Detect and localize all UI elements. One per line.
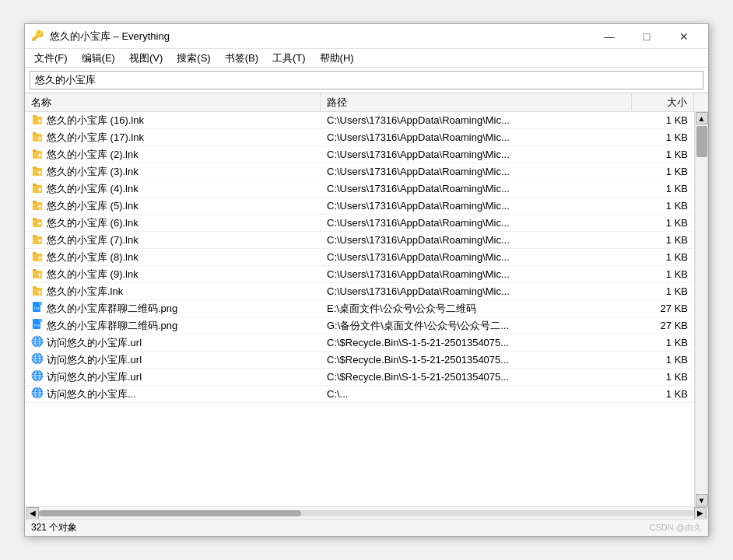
- file-name-cell: 悠久的小宝库 (17).lnk: [25, 130, 321, 145]
- file-name-text: 悠久的小宝库 (5).lnk: [47, 199, 139, 213]
- file-name-text: 悠久的小宝库 (3).lnk: [47, 165, 139, 179]
- table-row[interactable]: 悠久的小宝库 (6).lnkC:\Users\17316\AppData\Roa…: [25, 215, 694, 232]
- status-bar: 321 个对象 CSDN @由久: [25, 519, 708, 536]
- file-name-cell: 悠久的小宝库 (2).lnk: [25, 147, 321, 162]
- file-size-cell: 1 KB: [632, 337, 694, 348]
- file-name-cell: 悠久的小宝库.lnk: [25, 284, 321, 299]
- file-size-cell: 27 KB: [632, 320, 694, 331]
- file-size-cell: 1 KB: [632, 251, 694, 263]
- minimize-button[interactable]: —: [591, 24, 627, 49]
- horizontal-scrollbar[interactable]: ◀ ▶: [25, 506, 708, 519]
- svg-rect-35: [39, 302, 42, 305]
- file-name-text: 悠久的小宝库 (17).lnk: [47, 131, 144, 145]
- list-area: 悠久的小宝库 (16).lnkC:\Users\17316\AppData\Ro…: [25, 112, 708, 506]
- file-path-cell: C:\$Recycle.Bin\S-1-5-21-2501354075...: [321, 371, 632, 383]
- table-row[interactable]: 悠久的小宝库 (7).lnkC:\Users\17316\AppData\Roa…: [25, 232, 694, 249]
- menu-item[interactable]: 帮助(H): [314, 50, 360, 67]
- menu-item[interactable]: 书签(B): [219, 50, 265, 67]
- search-input[interactable]: [30, 71, 703, 89]
- table-row[interactable]: 悠久的小宝库 (8).lnkC:\Users\17316\AppData\Roa…: [25, 249, 694, 266]
- file-size-cell: 1 KB: [632, 234, 694, 246]
- file-icon-lnk: [31, 181, 44, 196]
- file-name-cell: 访问悠久的小宝库.url: [25, 335, 321, 350]
- file-icon-lnk: [31, 198, 44, 213]
- table-row[interactable]: 悠久的小宝库 (3).lnkC:\Users\17316\AppData\Roa…: [25, 163, 694, 180]
- table-row[interactable]: 悠久的小宝库 (9).lnkC:\Users\17316\AppData\Roa…: [25, 266, 694, 283]
- menu-item[interactable]: 搜索(S): [170, 50, 216, 67]
- file-icon-png: PNG: [31, 301, 44, 316]
- file-size-cell: 1 KB: [632, 114, 694, 126]
- table-row[interactable]: PNG 悠久的小宝库群聊二维码.pngG:\备份文件\桌面文件\公众号\公众号二…: [25, 317, 694, 334]
- file-name-cell: PNG 悠久的小宝库群聊二维码.png: [25, 301, 321, 316]
- file-path-cell: C:\Users\17316\AppData\Roaming\Mic...: [321, 234, 632, 246]
- close-button[interactable]: ✕: [666, 24, 702, 49]
- table-row[interactable]: 访问悠久的小宝库.urlC:\$Recycle.Bin\S-1-5-21-250…: [25, 369, 694, 386]
- file-path-cell: C:\$Recycle.Bin\S-1-5-21-2501354075...: [321, 337, 632, 348]
- table-row[interactable]: 悠久的小宝库 (17).lnkC:\Users\17316\AppData\Ro…: [25, 129, 694, 146]
- file-path-cell: C:\$Recycle.Bin\S-1-5-21-2501354075...: [321, 354, 632, 366]
- file-icon-lnk: [31, 164, 44, 179]
- h-scroll-track: [39, 510, 694, 516]
- vertical-scrollbar[interactable]: ▲ ▼: [694, 112, 708, 506]
- svg-rect-14: [33, 184, 37, 186]
- file-name-text: 悠久的小宝库 (4).lnk: [47, 182, 139, 196]
- file-icon-png: PNG: [31, 318, 44, 333]
- file-name-text: 访问悠久的小宝库.url: [47, 353, 142, 367]
- file-path-cell: G:\备份文件\桌面文件\公众号\公众号二...: [321, 319, 632, 333]
- window-controls: — □ ✕: [591, 24, 702, 49]
- file-size-cell: 1 KB: [632, 217, 694, 229]
- file-name-cell: 悠久的小宝库 (5).lnk: [25, 198, 321, 213]
- menu-bar: 文件(F)编辑(E)视图(V)搜索(S)书签(B)工具(T)帮助(H): [25, 49, 708, 68]
- svg-rect-17: [33, 201, 37, 203]
- menu-item[interactable]: 工具(T): [266, 50, 312, 67]
- column-header-size[interactable]: 大小: [632, 93, 694, 111]
- file-name-text: 悠久的小宝库群聊二维码.png: [47, 302, 177, 316]
- watermark: CSDN @由久: [650, 522, 702, 534]
- file-list-container: 名称 路径 大小 悠久的小宝库 (16).lnkC:\Users\17316\A…: [25, 93, 708, 519]
- table-row[interactable]: PNG 悠久的小宝库群聊二维码.pngE:\桌面文件\公众号\公众号二维码27 …: [25, 300, 694, 317]
- svg-rect-8: [33, 149, 37, 152]
- window-title: 悠久的小宝库 – Everything: [50, 30, 591, 44]
- file-path-cell: C:\Users\17316\AppData\Roaming\Mic...: [321, 251, 632, 263]
- file-name-cell: 悠久的小宝库 (9).lnk: [25, 267, 321, 282]
- search-bar: [25, 68, 708, 93]
- table-row[interactable]: 悠久的小宝库 (4).lnkC:\Users\17316\AppData\Roa…: [25, 180, 694, 198]
- file-path-cell: C:\Users\17316\AppData\Roaming\Mic...: [321, 149, 632, 160]
- svg-rect-20: [33, 218, 37, 220]
- maximize-button[interactable]: □: [629, 24, 665, 49]
- menu-item[interactable]: 编辑(E): [75, 50, 121, 67]
- svg-rect-23: [33, 235, 37, 237]
- file-path-cell: C:\Users\17316\AppData\Roaming\Mic...: [321, 166, 632, 177]
- file-path-cell: C:\Users\17316\AppData\Roaming\Mic...: [321, 200, 632, 212]
- table-row[interactable]: 访问悠久的小宝库...C:\...1 KB: [25, 386, 694, 403]
- svg-rect-29: [33, 269, 37, 271]
- file-name-cell: 悠久的小宝库 (3).lnk: [25, 164, 321, 179]
- file-name-cell: 悠久的小宝库 (16).lnk: [25, 113, 321, 128]
- status-text: 321 个对象: [31, 521, 77, 534]
- file-name-cell: 访问悠久的小宝库...: [25, 387, 321, 401]
- table-row[interactable]: 访问悠久的小宝库.urlC:\$Recycle.Bin\S-1-5-21-250…: [25, 352, 694, 369]
- column-header-name[interactable]: 名称: [25, 93, 321, 111]
- file-size-cell: 1 KB: [632, 268, 694, 280]
- file-icon-lnk: [31, 233, 44, 247]
- menu-item[interactable]: 文件(F): [28, 50, 74, 67]
- file-name-cell: 悠久的小宝库 (8).lnk: [25, 250, 321, 264]
- file-icon-lnk: [31, 113, 44, 128]
- table-row[interactable]: 悠久的小宝库 (2).lnkC:\Users\17316\AppData\Roa…: [25, 146, 694, 163]
- table-row[interactable]: 悠久的小宝库 (5).lnkC:\Users\17316\AppData\Roa…: [25, 198, 694, 215]
- table-row[interactable]: 悠久的小宝库.lnkC:\Users\17316\AppData\Roaming…: [25, 283, 694, 300]
- menu-item[interactable]: 视图(V): [123, 50, 169, 67]
- file-name-cell: 访问悠久的小宝库.url: [25, 352, 321, 367]
- file-list-body[interactable]: 悠久的小宝库 (16).lnkC:\Users\17316\AppData\Ro…: [25, 112, 694, 506]
- file-icon-lnk: [31, 250, 44, 264]
- svg-rect-32: [33, 286, 37, 289]
- svg-text:PNG: PNG: [34, 324, 41, 327]
- file-path-cell: C:\...: [321, 388, 632, 400]
- file-icon-url: [31, 335, 44, 350]
- svg-rect-26: [33, 252, 37, 254]
- table-row[interactable]: 访问悠久的小宝库.urlC:\$Recycle.Bin\S-1-5-21-250…: [25, 334, 694, 352]
- file-icon-lnk: [31, 215, 44, 230]
- list-header: 名称 路径 大小: [25, 93, 708, 112]
- table-row[interactable]: 悠久的小宝库 (16).lnkC:\Users\17316\AppData\Ro…: [25, 112, 694, 129]
- column-header-path[interactable]: 路径: [321, 93, 632, 111]
